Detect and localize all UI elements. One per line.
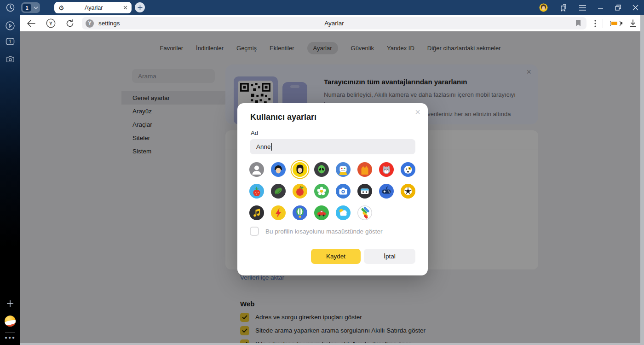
svg-text:Y: Y <box>49 21 53 26</box>
restore-button[interactable] <box>615 5 621 11</box>
avatar-dog[interactable] <box>401 162 415 177</box>
bookmark-flag-icon[interactable] <box>575 20 581 29</box>
tab-ayarlar[interactable]: ⚙ Ayarlar <box>54 2 132 13</box>
avatar-icon <box>379 162 394 177</box>
profile-avatar[interactable] <box>539 3 548 12</box>
name-input-value: Anne <box>256 143 271 150</box>
avatar-icon <box>336 184 351 199</box>
modal-buttons: Kaydet İptal <box>250 249 415 264</box>
avatar-person[interactable] <box>249 162 264 177</box>
avatar-robot[interactable] <box>336 162 351 177</box>
avatar-cassette[interactable] <box>357 184 372 199</box>
avatar-icon <box>401 184 415 199</box>
browser-toolbar: Y Y settings Ayarlar <box>20 15 640 31</box>
avatar-grid <box>249 162 419 220</box>
name-field-label: Ad <box>251 129 258 136</box>
modal-close-icon[interactable]: × <box>415 107 420 117</box>
left-sidebar-rail: 1 ●●● <box>0 15 20 345</box>
avatar-leaf[interactable] <box>271 184 286 199</box>
tab-label: Ayarlar <box>64 5 123 11</box>
avatar-palette[interactable] <box>357 205 372 220</box>
avatar-cloud[interactable] <box>336 205 351 220</box>
tab-count-badge: 1 <box>23 4 31 12</box>
window-frame-bottom <box>20 343 644 345</box>
avatar-icon <box>293 184 307 199</box>
close-window-button[interactable] <box>632 5 638 11</box>
avatar-icon <box>314 205 329 220</box>
avatar-cat[interactable] <box>357 162 372 177</box>
avatar-icon <box>249 205 264 220</box>
reload-button[interactable] <box>66 19 74 28</box>
yandex-services-button[interactable]: Y <box>46 18 56 28</box>
battery-icon[interactable] <box>610 21 621 26</box>
avatar-icon <box>271 162 286 177</box>
avatar-icon <box>271 205 286 220</box>
unchecked-checkbox[interactable] <box>250 227 259 236</box>
address-bar[interactable]: Y settings Ayarlar <box>82 17 586 29</box>
tabs-panel-icon[interactable]: 1 <box>0 37 20 46</box>
bookmarks-panel-icon[interactable] <box>559 4 568 12</box>
avatar-balloon[interactable] <box>293 205 307 220</box>
avatar-icon <box>401 162 415 177</box>
avatar-icon <box>314 184 329 199</box>
gear-icon: ⚙ <box>58 5 64 11</box>
avatar-soccer[interactable] <box>401 184 415 199</box>
avatar-lightning[interactable] <box>271 205 286 220</box>
avatar-gamepad[interactable] <box>379 184 394 199</box>
avatar-icon <box>271 184 286 199</box>
page-title: Ayarlar <box>82 20 586 27</box>
avatar-icon <box>336 162 351 177</box>
rail-divider <box>0 332 20 333</box>
avatar-alien[interactable] <box>314 162 329 177</box>
user-settings-modal: × Kullanıcı ayarları Ad Anne Bu profilin… <box>237 103 428 275</box>
modal-title: Kullanıcı ayarları <box>250 112 316 122</box>
avatar-strawberry[interactable] <box>249 184 264 199</box>
play-button[interactable] <box>0 21 20 31</box>
tab-counter[interactable]: 1 <box>21 2 40 13</box>
site-favicon: Y <box>86 19 94 28</box>
avatar-icon <box>249 184 264 199</box>
add-panel-button[interactable] <box>0 300 20 307</box>
yandex-browser-logo[interactable] <box>0 316 20 327</box>
avatar-icon <box>293 205 307 220</box>
avatar-car[interactable] <box>314 205 329 220</box>
screenshot-icon[interactable] <box>0 55 20 63</box>
avatar-apple[interactable] <box>293 184 307 199</box>
avatar-camera[interactable] <box>336 184 351 199</box>
avatar-icon <box>314 162 329 177</box>
history-clock-icon[interactable] <box>6 3 15 12</box>
toolbar-more-icon[interactable] <box>594 20 596 27</box>
downloads-icon[interactable] <box>629 19 637 27</box>
minimize-button[interactable] <box>598 5 604 11</box>
new-tab-button[interactable] <box>135 2 145 12</box>
save-button[interactable]: Kaydet <box>311 249 361 264</box>
avatar-icon <box>336 205 351 220</box>
url-text: settings <box>98 20 120 27</box>
cancel-button[interactable]: İptal <box>364 249 415 264</box>
avatar-icon <box>357 162 372 177</box>
tab-close-icon[interactable] <box>123 6 127 10</box>
svg-text:1: 1 <box>9 39 12 44</box>
more-options-dots[interactable]: ●●● <box>0 335 20 340</box>
text-caret <box>271 143 272 151</box>
avatar-cat-face[interactable] <box>379 162 394 177</box>
avatar-music[interactable] <box>249 205 264 220</box>
avatar-flower[interactable] <box>314 184 329 199</box>
desktop-shortcut-label: Bu profilin kısayolunu masaüstünde göste… <box>265 228 382 235</box>
avatar-icon <box>379 184 394 199</box>
back-button[interactable] <box>27 20 35 27</box>
tab-strip: 1 ⚙ Ayarlar <box>0 0 644 15</box>
menu-hamburger-icon[interactable] <box>579 5 586 11</box>
avatar-icon <box>249 162 264 177</box>
toolbar-divider <box>603 19 603 28</box>
avatar-woman[interactable] <box>293 162 307 177</box>
avatar-man[interactable] <box>271 162 286 177</box>
avatar-icon <box>293 162 307 177</box>
chevron-down-icon <box>34 6 38 9</box>
avatar-icon <box>357 184 372 199</box>
avatar-icon <box>357 205 372 220</box>
tabstrip-right-controls <box>539 0 638 15</box>
window-frame-right <box>640 15 644 345</box>
name-input[interactable]: Anne <box>250 139 415 154</box>
desktop-shortcut-row: Bu profilin kısayolunu masaüstünde göste… <box>250 227 382 236</box>
